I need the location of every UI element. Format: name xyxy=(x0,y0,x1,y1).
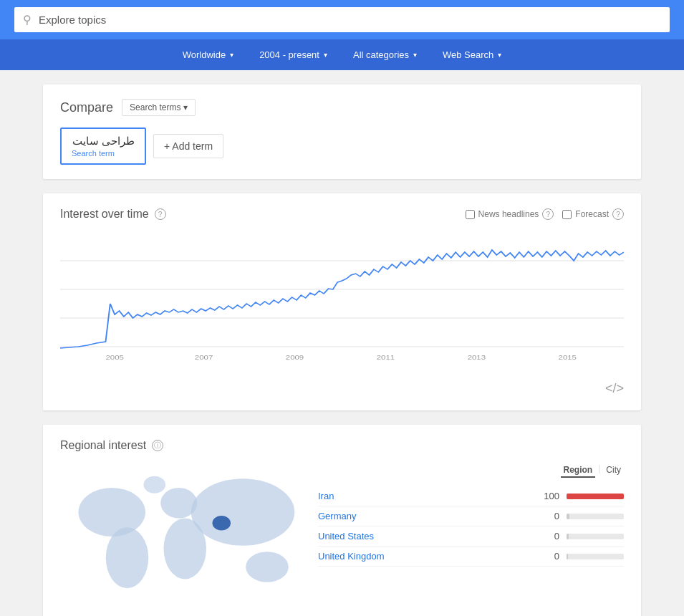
region-value: 100 xyxy=(541,491,559,501)
regional-title-group: Regional interest ⓘ xyxy=(60,439,163,452)
region-bar-wrap xyxy=(567,534,624,539)
svg-point-17 xyxy=(143,476,165,494)
news-headlines-checkbox[interactable] xyxy=(466,210,475,219)
region-row: Iran 100 xyxy=(318,486,624,506)
search-input-wrap: ⚲ xyxy=(14,7,670,32)
region-bar xyxy=(567,554,568,559)
compare-title: Compare xyxy=(60,100,113,115)
region-bar xyxy=(567,494,624,499)
region-value: 0 xyxy=(541,531,559,542)
svg-point-16 xyxy=(246,552,289,582)
term-text: طراحی سایت xyxy=(72,135,135,148)
svg-text:2013: 2013 xyxy=(468,354,486,361)
title-group: Interest over time ? xyxy=(60,208,166,221)
tab-separator: | xyxy=(598,463,600,478)
chevron-down-icon: ▾ xyxy=(230,51,233,59)
filter-bar: Worldwide ▾ 2004 - present ▾ All categor… xyxy=(0,39,684,70)
region-value: 0 xyxy=(541,551,559,562)
svg-text:2011: 2011 xyxy=(377,354,395,361)
search-icon: ⚲ xyxy=(23,13,32,27)
region-name[interactable]: United Kingdom xyxy=(318,551,534,562)
forecast-label: Forecast xyxy=(575,209,609,219)
news-headlines-toggle[interactable]: News headlines ? xyxy=(466,208,554,220)
chart-area: 2005 2007 2009 2011 2013 2015 xyxy=(60,232,624,375)
news-info-icon[interactable]: ? xyxy=(542,208,554,220)
filter-searchtype[interactable]: Web Search ▾ xyxy=(430,39,514,70)
search-bar: ⚲ xyxy=(0,0,684,39)
svg-point-14 xyxy=(191,478,295,546)
svg-point-11 xyxy=(106,527,149,588)
region-bar-wrap xyxy=(567,514,624,519)
compare-section: Compare Search terms ▾ طراحی سایت Search… xyxy=(43,85,641,179)
main-content: Compare Search terms ▾ طراحی سایت Search… xyxy=(0,70,684,616)
chart-controls: News headlines ? Forecast ? xyxy=(466,208,624,220)
regional-body: Region | City Iran 100 Germany 0 United … xyxy=(60,463,624,612)
regional-interest-card: Regional interest ⓘ xyxy=(43,425,641,616)
svg-text:2015: 2015 xyxy=(559,354,577,361)
filter-time[interactable]: 2004 - present ▾ xyxy=(246,39,340,70)
region-bar xyxy=(567,534,569,539)
interest-title: Interest over time xyxy=(60,208,149,221)
svg-point-15 xyxy=(213,516,231,530)
region-tabs: Region | City xyxy=(318,463,624,478)
regional-title: Regional interest xyxy=(60,439,146,452)
interest-over-time-card: Interest over time ? News headlines ? Fo… xyxy=(43,193,641,410)
search-input[interactable] xyxy=(39,14,661,26)
forecast-info-icon[interactable]: ? xyxy=(612,208,624,220)
svg-point-10 xyxy=(79,488,146,536)
forecast-checkbox[interactable] xyxy=(562,210,572,219)
region-name[interactable]: Iran xyxy=(318,491,534,501)
search-terms-button[interactable]: Search terms ▾ xyxy=(122,99,196,116)
regional-info-icon[interactable]: ⓘ xyxy=(152,440,163,451)
term-chip[interactable]: طراحی سایت Search term xyxy=(60,127,146,165)
chevron-down-icon: ▾ xyxy=(413,51,417,59)
term-label: Search term xyxy=(72,149,135,158)
compare-header: Compare Search terms ▾ xyxy=(60,99,624,116)
region-name[interactable]: United States xyxy=(318,531,534,542)
region-value: 0 xyxy=(541,511,559,521)
region-rows-container: Iran 100 Germany 0 United States 0 Unite… xyxy=(318,486,624,567)
map-svg xyxy=(60,463,304,610)
region-bar xyxy=(567,514,569,519)
term-chips: طراحی سایت Search term + Add term xyxy=(60,127,624,165)
world-map xyxy=(60,463,304,612)
interest-header: Interest over time ? News headlines ? Fo… xyxy=(60,208,624,221)
region-bar-wrap xyxy=(567,554,624,559)
chart-footer: </> xyxy=(60,381,624,396)
regional-header: Regional interest ⓘ xyxy=(60,439,624,452)
region-name[interactable]: Germany xyxy=(318,511,534,521)
region-row: United Kingdom 0 xyxy=(318,547,624,567)
chevron-down-icon: ▾ xyxy=(324,51,327,59)
region-tab-city[interactable]: City xyxy=(603,463,624,478)
region-tab-region[interactable]: Region xyxy=(561,463,596,478)
svg-text:2009: 2009 xyxy=(286,354,304,361)
region-bar-wrap xyxy=(567,494,624,499)
add-term-button[interactable]: + Add term xyxy=(153,134,223,158)
svg-text:2007: 2007 xyxy=(195,354,213,361)
filter-category[interactable]: All categories ▾ xyxy=(340,39,430,70)
chart-svg: 2005 2007 2009 2011 2013 2015 xyxy=(60,232,624,375)
embed-icon[interactable]: </> xyxy=(605,381,624,396)
chevron-down-icon: ▾ xyxy=(498,51,501,59)
region-row: United States 0 xyxy=(318,526,624,547)
forecast-toggle[interactable]: Forecast ? xyxy=(562,208,624,220)
svg-text:2005: 2005 xyxy=(105,354,124,361)
news-headlines-label: News headlines xyxy=(478,209,539,219)
region-row: Germany 0 xyxy=(318,506,624,526)
filter-worldwide[interactable]: Worldwide ▾ xyxy=(170,39,246,70)
region-data: Region | City Iran 100 Germany 0 United … xyxy=(318,463,624,612)
info-icon[interactable]: ? xyxy=(155,208,166,220)
